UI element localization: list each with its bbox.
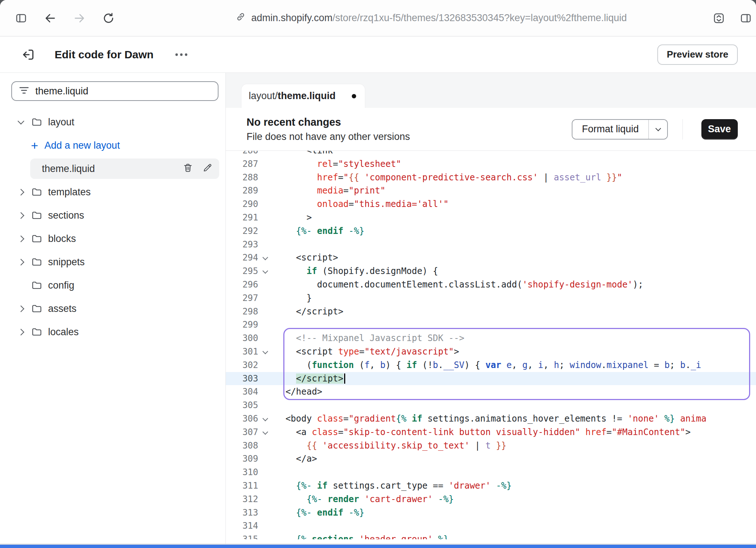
reload-button[interactable] [102, 12, 115, 25]
tree-item-theme-liquid[interactable]: theme.liquid [30, 158, 219, 179]
exit-code-editor-button[interactable] [20, 47, 36, 63]
delete-file-icon[interactable] [183, 163, 193, 175]
fold-chevron-icon[interactable] [258, 265, 275, 278]
file-search-input[interactable] [35, 86, 211, 97]
back-button[interactable] [44, 12, 57, 25]
code-line-304[interactable]: 304 </head> [226, 385, 756, 399]
line-number: 304 [226, 385, 258, 399]
format-liquid-dropdown[interactable] [648, 120, 667, 139]
line-number: 292 [226, 224, 258, 238]
fold-chevron-icon[interactable] [258, 251, 275, 265]
code-line-296[interactable]: 296 document.documentElement.classList.a… [226, 278, 756, 291]
code-line-294[interactable]: 294 <script> [226, 251, 756, 265]
tree-item-locales[interactable]: locales [0, 320, 225, 344]
code-line-298[interactable]: 298 </script> [226, 305, 756, 318]
fold-gutter [258, 385, 275, 399]
format-liquid-button[interactable]: Format liquid [572, 120, 648, 139]
code-line-299[interactable]: 299 [226, 318, 756, 332]
fold-gutter [258, 291, 275, 305]
preview-store-button[interactable]: Preview store [657, 44, 738, 65]
tree-item-snippets[interactable]: snippets [0, 250, 225, 274]
code-line-302[interactable]: 302 (function (f, b) { if (!b.__SV) { va… [226, 359, 756, 372]
folder-icon [31, 233, 42, 244]
rename-file-icon[interactable] [202, 163, 213, 175]
sidebar-toggle-icon[interactable] [15, 12, 28, 25]
tree-item-config[interactable]: config [0, 274, 225, 297]
line-number: 295 [226, 265, 258, 278]
fold-gutter [258, 157, 275, 171]
code-line-291[interactable]: 291 > [226, 211, 756, 224]
fold-gutter [258, 211, 275, 224]
code-line-310[interactable]: 310 [226, 466, 756, 479]
editor-pane: layout/theme.liquid No recent changes Fi… [226, 73, 756, 544]
code-line-293[interactable]: 293 [226, 238, 756, 251]
code-line-314[interactable]: 314 [226, 519, 756, 533]
fold-gutter [258, 197, 275, 211]
line-number: 298 [226, 305, 258, 318]
folder-icon [31, 257, 42, 267]
chevron-right-icon [17, 189, 24, 195]
bottom-window-edge [0, 544, 756, 548]
code-line-297[interactable]: 297 } [226, 291, 756, 305]
code-line-308[interactable]: 308 {{ 'accessibility.skip_to_text' | t … [226, 439, 756, 453]
code-editor[interactable]: 286 <link287 rel="stylesheet"288 href="{… [226, 151, 756, 539]
line-number: 310 [226, 466, 258, 479]
tree-item-label: locales [48, 326, 79, 338]
right-sidebar-toggle-icon[interactable] [739, 12, 752, 25]
folder-icon [31, 280, 42, 291]
tree-item-label: layout [48, 117, 74, 128]
code-line-315[interactable]: 315 {% sections 'header-group' %} [226, 533, 756, 539]
tab-switcher-icon[interactable] [712, 12, 725, 25]
fold-chevron-icon[interactable] [258, 412, 275, 426]
code-line-301[interactable]: 301 <script type="text/javascript"> [226, 345, 756, 359]
code-line-288[interactable]: 288 href="{{ 'component-predictive-searc… [226, 171, 756, 184]
tree-action-add-layout[interactable]: +Add a new layout [0, 134, 225, 157]
chevron-down-icon [17, 118, 24, 124]
tree-item-sections[interactable]: sections [0, 204, 225, 227]
code-line-295[interactable]: 295 if (Shopify.designMode) { [226, 265, 756, 278]
more-actions-button[interactable] [174, 52, 189, 57]
fold-gutter [258, 506, 275, 520]
code-line-313[interactable]: 313 {%- endif -%} [226, 506, 756, 520]
tree-item-assets[interactable]: assets [0, 297, 225, 320]
code-line-303[interactable]: 303 </script> [226, 372, 756, 385]
fold-chevron-icon[interactable] [258, 345, 275, 359]
fold-gutter [258, 305, 275, 318]
fold-chevron-icon[interactable] [258, 426, 275, 439]
url-bar[interactable]: admin.shopify.com/store/rzq1xu-f5/themes… [235, 11, 627, 25]
line-number: 308 [226, 439, 258, 453]
line-number: 300 [226, 332, 258, 345]
code-line-289[interactable]: 289 media="print" [226, 184, 756, 197]
plus-icon: + [30, 139, 39, 152]
tree-item-label: templates [48, 187, 91, 198]
code-line-306[interactable]: 306 <body class="gradient{% if settings.… [226, 412, 756, 426]
save-button[interactable]: Save [701, 119, 738, 140]
tree-item-blocks[interactable]: blocks [0, 227, 225, 250]
tab-layout-theme-liquid[interactable]: layout/theme.liquid [241, 84, 365, 108]
file-search-box[interactable] [11, 81, 218, 101]
forward-button[interactable] [73, 12, 86, 25]
tree-item-templates[interactable]: templates [0, 180, 225, 204]
tree-item-label: blocks [48, 233, 76, 244]
line-number: 311 [226, 479, 258, 493]
code-line-311[interactable]: 311 {%- if settings.cart_type == 'drawer… [226, 479, 756, 493]
code-line-287[interactable]: 287 rel="stylesheet" [226, 157, 756, 171]
line-number: 293 [226, 238, 258, 251]
browser-nav-controls [15, 12, 115, 25]
code-line-300[interactable]: 300 <!-- Mixpanel Javascript SDK --> [226, 332, 756, 345]
code-line-292[interactable]: 292 {%- endif -%} [226, 224, 756, 238]
code-line-309[interactable]: 309 </a> [226, 452, 756, 466]
line-number: 289 [226, 184, 258, 197]
chevron-right-icon [17, 235, 24, 242]
tab-strip: layout/theme.liquid [226, 73, 756, 108]
tree-item-label: snippets [48, 257, 85, 268]
code-line-307[interactable]: 307 <a class="skip-to-content-link butto… [226, 426, 756, 439]
line-number: 315 [226, 533, 258, 539]
code-line-286[interactable]: 286 <link [226, 151, 756, 157]
code-line-305[interactable]: 305 [226, 399, 756, 412]
code-line-312[interactable]: 312 {%- render 'cart-drawer' -%} [226, 493, 756, 506]
line-number: 287 [226, 157, 258, 171]
tree-item-layout[interactable]: layout [0, 110, 225, 134]
code-line-290[interactable]: 290 onload="this.media='all'" [226, 197, 756, 211]
line-number: 296 [226, 278, 258, 291]
